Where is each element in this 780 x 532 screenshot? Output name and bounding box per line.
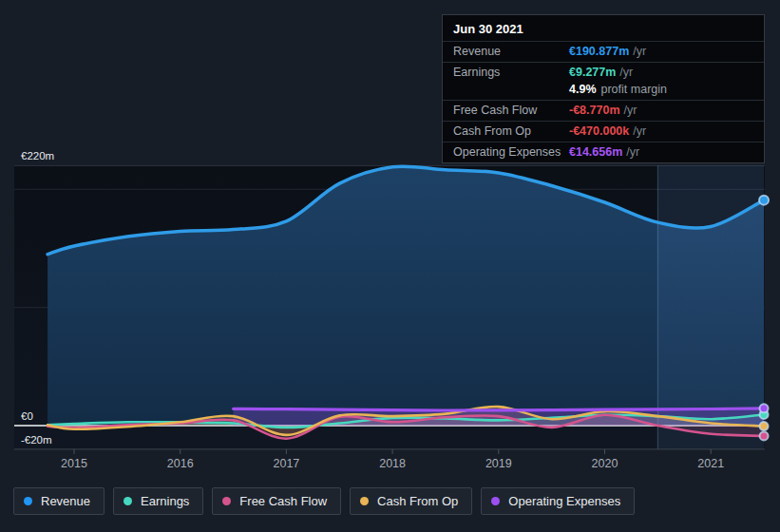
legend-item-earnings[interactable]: Earnings [113, 487, 203, 515]
legend-label: Earnings [141, 494, 189, 508]
tooltip-row-earnings: Earnings€9.277m/yr [443, 62, 764, 83]
legend-label: Operating Expenses [508, 494, 620, 508]
legend-item-operating-expenses[interactable]: Operating Expenses [481, 487, 635, 515]
x-tick-label-2016: 2016 [167, 457, 194, 470]
cash-from-op-legend-dot-icon [360, 497, 369, 505]
free-cash-flow-endpoint-marker [760, 431, 769, 440]
x-tick-label-2018: 2018 [379, 457, 406, 470]
free-cash-flow-legend-dot-icon [222, 497, 231, 505]
tooltip-label: Free Cash Flow [453, 104, 569, 117]
earnings-legend-dot-icon [124, 497, 132, 505]
legend-item-free-cash-flow[interactable]: Free Cash Flow [212, 487, 341, 515]
financial-history-page: { "page": { "background": "#171d27" }, "… [0, 0, 780, 532]
tooltip-value: -€470.000k/yr [569, 124, 646, 138]
tooltip-value: €190.877m/yr [569, 45, 646, 58]
revenue-legend-dot-icon [24, 497, 32, 505]
x-tick-label-2019: 2019 [485, 457, 512, 470]
chart-legend: RevenueEarningsFree Cash FlowCash From O… [13, 487, 635, 515]
tooltip-value: -€8.770m/yr [569, 104, 637, 117]
tooltip-row-profit-margin: 4.9%profit margin [443, 83, 764, 100]
revenue-endpoint-marker [759, 196, 769, 205]
x-tick-label-2020: 2020 [592, 457, 618, 470]
tooltip-label: Cash From Op [453, 124, 569, 138]
tooltip-date: Jun 30 2021 [443, 15, 764, 41]
tooltip-row-cash-from-op: Cash From Op-€470.000k/yr [443, 121, 764, 142]
x-tick-label-2017: 2017 [273, 457, 299, 470]
y-tick-label--20: -€20m [21, 434, 52, 446]
cash-from-op-endpoint-marker [760, 422, 769, 430]
chart-tooltip: Jun 30 2021 Revenue€190.877m/yrEarnings€… [442, 14, 765, 163]
tooltip-value: €14.656m/yr [569, 145, 639, 159]
legend-label: Revenue [41, 494, 90, 508]
legend-item-cash-from-op[interactable]: Cash From Op [350, 487, 472, 515]
tooltip-row-revenue: Revenue€190.877m/yr [443, 41, 764, 62]
y-tick-label-220: €220m [21, 150, 54, 162]
x-tick-label-2015: 2015 [61, 457, 87, 470]
tooltip-label: Earnings [453, 66, 569, 79]
legend-label: Cash From Op [377, 494, 458, 508]
tooltip-label: Revenue [453, 45, 569, 58]
legend-item-revenue[interactable]: Revenue [13, 487, 105, 515]
legend-label: Free Cash Flow [239, 494, 327, 508]
operating-expenses-endpoint-marker [760, 404, 769, 412]
y-tick-label-0: €0 [21, 410, 33, 422]
tooltip-value: €9.277m/yr [569, 66, 633, 79]
operating-expenses-legend-dot-icon [491, 497, 500, 505]
tooltip-row-operating-expenses: Operating Expenses€14.656m/yr [443, 142, 764, 162]
tooltip-row-free-cash-flow: Free Cash Flow-€8.770m/yr [443, 100, 764, 121]
x-tick-label-2021: 2021 [697, 457, 724, 470]
tooltip-label: Operating Expenses [453, 145, 569, 159]
